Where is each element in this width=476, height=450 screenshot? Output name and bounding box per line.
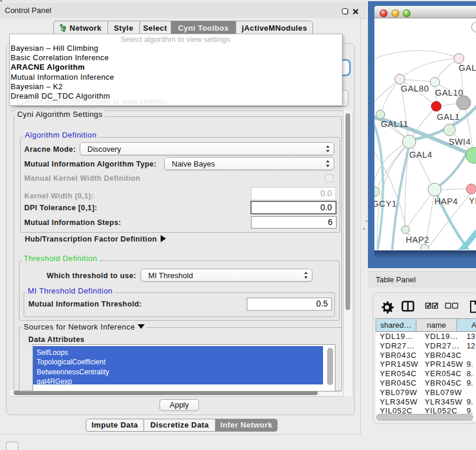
svg-text:GAL1: GAL1 bbox=[436, 112, 459, 122]
svg-text:HAP2: HAP2 bbox=[406, 235, 429, 244]
svg-text:HAP4: HAP4 bbox=[435, 197, 458, 206]
svg-text:YML0: YML0 bbox=[469, 196, 476, 206]
svg-text:GAL2: GAL2 bbox=[458, 63, 476, 73]
svg-text:GAL10: GAL10 bbox=[435, 88, 464, 97]
svg-text:GAL4: GAL4 bbox=[409, 150, 432, 159]
svg-text:GAL11: GAL11 bbox=[381, 119, 409, 129]
svg-text:GAL80: GAL80 bbox=[401, 84, 429, 93]
svg-text:GCY1: GCY1 bbox=[374, 199, 397, 208]
svg-text:SWI4: SWI4 bbox=[449, 137, 471, 146]
